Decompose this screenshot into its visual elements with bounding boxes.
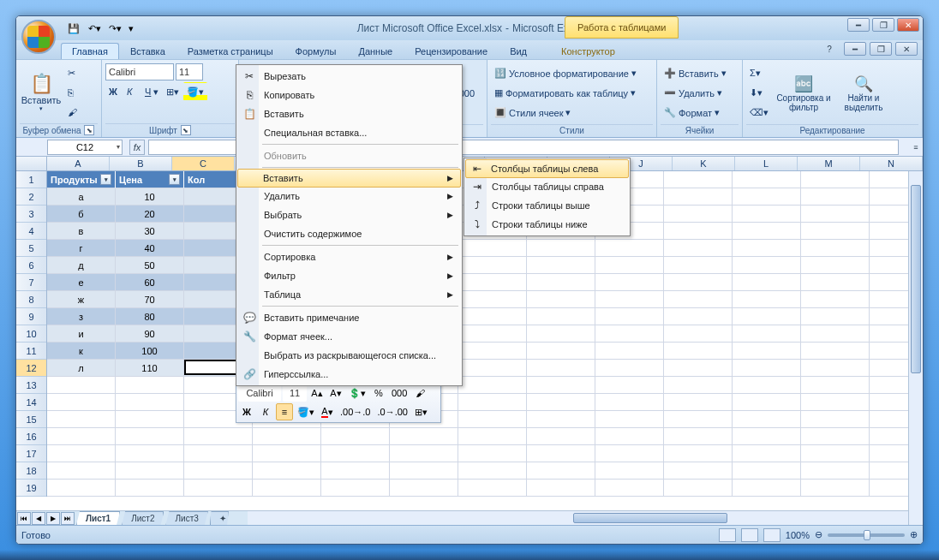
cell[interactable] bbox=[664, 240, 733, 257]
cut-icon[interactable]: ✂ bbox=[64, 63, 81, 82]
row-header-17[interactable]: 17 bbox=[16, 445, 46, 462]
zoom-out-icon[interactable]: ⊖ bbox=[815, 529, 822, 540]
cell[interactable] bbox=[733, 411, 801, 428]
cell[interactable] bbox=[664, 480, 733, 497]
cell[interactable] bbox=[664, 411, 733, 428]
col-header-C[interactable]: C bbox=[172, 157, 235, 170]
filter-dropdown-icon[interactable]: ▾ bbox=[100, 174, 111, 185]
cell[interactable] bbox=[184, 445, 253, 462]
cell[interactable] bbox=[321, 445, 390, 462]
cell[interactable] bbox=[595, 394, 664, 411]
cell[interactable] bbox=[801, 274, 870, 291]
cell[interactable]: з bbox=[47, 308, 116, 325]
cell[interactable] bbox=[733, 325, 801, 343]
cell[interactable] bbox=[801, 325, 870, 343]
insert-sheet-icon[interactable]: ✦ bbox=[210, 511, 229, 525]
cell[interactable] bbox=[527, 394, 595, 411]
col-header-N[interactable]: N bbox=[860, 157, 923, 170]
cell[interactable] bbox=[116, 411, 184, 428]
cell[interactable] bbox=[184, 428, 253, 445]
format-as-table-button[interactable]: ▦Форматировать как таблицу▾ bbox=[491, 84, 653, 103]
tab-insert[interactable]: Вставка bbox=[119, 43, 176, 59]
row-header-3[interactable]: 3 bbox=[16, 206, 46, 223]
cell[interactable] bbox=[595, 343, 664, 360]
delete-cells-button[interactable]: ➖Удалить▾ bbox=[661, 84, 739, 103]
copy-icon[interactable]: ⎘ bbox=[64, 83, 81, 102]
cell[interactable] bbox=[184, 480, 253, 497]
cm-paste[interactable]: 📋Вставить bbox=[238, 104, 460, 123]
cell[interactable] bbox=[527, 343, 595, 360]
cell[interactable] bbox=[801, 428, 870, 445]
cell[interactable] bbox=[664, 394, 733, 411]
row-header-9[interactable]: 9 bbox=[16, 308, 46, 325]
cell[interactable] bbox=[458, 377, 527, 394]
fill-button[interactable]: ⬇▾ bbox=[746, 84, 772, 103]
cell[interactable]: 60 bbox=[116, 274, 184, 291]
tab-review[interactable]: Рецензирование bbox=[404, 43, 499, 59]
cell[interactable] bbox=[733, 240, 801, 257]
cell[interactable] bbox=[664, 223, 733, 240]
cell[interactable] bbox=[527, 308, 595, 325]
row-header-2[interactable]: 2 bbox=[16, 188, 46, 206]
qat-save-icon[interactable]: 💾 bbox=[64, 20, 83, 37]
tab-pagelayout[interactable]: Разметка страницы bbox=[176, 43, 284, 59]
cm-format-cells[interactable]: 🔧Формат ячеек... bbox=[238, 327, 460, 346]
cell[interactable] bbox=[733, 480, 801, 497]
row-header-11[interactable]: 11 bbox=[16, 343, 46, 360]
cell[interactable] bbox=[664, 171, 733, 188]
autosum-button[interactable]: Σ▾ bbox=[746, 64, 772, 83]
cell[interactable] bbox=[116, 480, 184, 497]
cell[interactable] bbox=[253, 428, 321, 445]
bold-button[interactable]: Ж bbox=[105, 82, 123, 101]
cell[interactable] bbox=[595, 291, 664, 308]
mt-accounting-icon[interactable]: 💲▾ bbox=[346, 384, 368, 402]
qat-undo-icon[interactable]: ↶▾ bbox=[85, 20, 104, 37]
mt-bold-icon[interactable]: Ж bbox=[238, 403, 255, 420]
cell[interactable] bbox=[390, 445, 458, 462]
mt-font-size[interactable]: 11 bbox=[283, 384, 307, 402]
insert-cells-button[interactable]: ➕Вставить▾ bbox=[661, 64, 739, 83]
col-header-L[interactable]: L bbox=[735, 157, 798, 170]
cell[interactable]: и bbox=[47, 325, 116, 343]
cell[interactable] bbox=[47, 394, 116, 411]
italic-button[interactable]: К bbox=[123, 82, 141, 101]
cm-sort[interactable]: Сортировка▶ bbox=[238, 247, 460, 266]
qat-customize-icon[interactable]: ▾ bbox=[126, 20, 136, 37]
cell[interactable]: Продукты▾ bbox=[47, 171, 116, 188]
cell[interactable] bbox=[321, 462, 390, 480]
cell[interactable] bbox=[801, 411, 870, 428]
tab-design[interactable]: Конструктор bbox=[550, 43, 626, 59]
cell[interactable] bbox=[801, 188, 870, 206]
cell[interactable] bbox=[664, 206, 733, 223]
cell[interactable] bbox=[801, 377, 870, 394]
cell[interactable] bbox=[527, 377, 595, 394]
cell[interactable] bbox=[116, 445, 184, 462]
cell[interactable] bbox=[595, 274, 664, 291]
sheet-nav-next[interactable]: ▶ bbox=[46, 512, 60, 525]
cell[interactable]: 10 bbox=[116, 188, 184, 206]
cell[interactable] bbox=[733, 360, 801, 377]
cell[interactable] bbox=[595, 240, 664, 257]
sheet-nav-first[interactable]: ⏮ bbox=[17, 512, 31, 525]
cell[interactable] bbox=[733, 188, 801, 206]
cell[interactable] bbox=[733, 394, 801, 411]
mt-font-name[interactable]: Calibri bbox=[238, 384, 281, 402]
cell[interactable] bbox=[595, 360, 664, 377]
cell[interactable] bbox=[595, 445, 664, 462]
cell[interactable]: в bbox=[47, 223, 116, 240]
cell[interactable] bbox=[527, 462, 595, 480]
cm-clear[interactable]: Очистить содержимое bbox=[238, 224, 460, 243]
cell[interactable] bbox=[458, 428, 527, 445]
cell[interactable] bbox=[47, 411, 116, 428]
view-pagelayout-icon[interactable] bbox=[741, 528, 758, 542]
row-header-5[interactable]: 5 bbox=[16, 240, 46, 257]
sm-rows-above[interactable]: ⤴Строки таблицы выше bbox=[466, 196, 628, 215]
mdi-close[interactable]: ✕ bbox=[895, 42, 918, 56]
col-header-A[interactable]: A bbox=[47, 157, 110, 170]
mt-percent-icon[interactable]: % bbox=[370, 384, 387, 402]
cell[interactable]: 50 bbox=[116, 257, 184, 274]
row-header-15[interactable]: 15 bbox=[16, 411, 46, 428]
mt-center-icon[interactable]: ≡ bbox=[276, 403, 293, 420]
cell[interactable]: 70 bbox=[116, 291, 184, 308]
cell[interactable] bbox=[527, 411, 595, 428]
